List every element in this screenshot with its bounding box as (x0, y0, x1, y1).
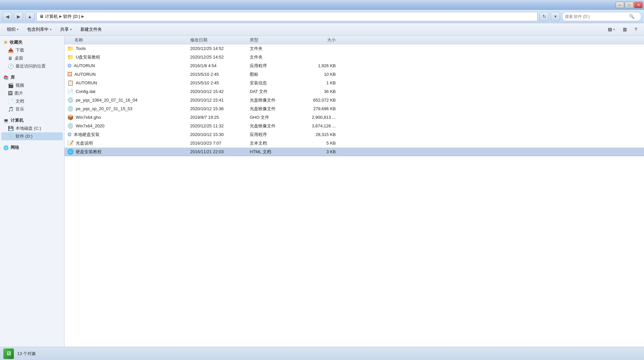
file-type-icon: 💿 (67, 97, 74, 103)
doc-icon: 📄 (8, 99, 14, 104)
file-cell-type: 光盘映像文件 (250, 106, 296, 112)
file-cell-name: 💿 Win7x64_2020 (64, 123, 190, 129)
file-name: AUTORUN (76, 80, 97, 85)
status-count: 13 个对象 (17, 351, 36, 357)
download-label: 下载 (16, 47, 24, 53)
status-bar: 🖥 13 个对象 (0, 347, 644, 360)
file-cell-type: 安装信息 (250, 80, 296, 86)
search-bar[interactable]: 🔍 (562, 12, 641, 21)
file-cell-name: 🌐 硬盘安装教程 (64, 149, 190, 155)
picture-icon: 🖼 (8, 91, 13, 96)
file-cell-type: 光盘映像文件 (250, 97, 296, 103)
table-row[interactable]: 📋 AUTORUN 2015/5/10 2:45 安装信息 1 KB (64, 79, 644, 87)
col-date-header[interactable]: 修改日期 (190, 37, 250, 43)
file-cell-size: 3 KB (296, 149, 342, 154)
new-folder-label: 新建文件夹 (80, 26, 102, 32)
file-cell-type: 文本文档 (250, 140, 296, 146)
desktop-label: 桌面 (15, 55, 23, 61)
sidebar-library-header[interactable]: 📚 库 (1, 73, 63, 81)
computer-section: 💻 计算机 💾 本地磁盘 (C:) 💿 软件 (D:) (1, 116, 63, 140)
breadcrumb-arrow-2: ▶ (81, 14, 84, 19)
table-row[interactable]: ⚙ 本地硬盘安装 2020/10/12 15:30 应用程序 28,315 KB (64, 130, 644, 139)
sidebar-item-music[interactable]: 🎵 音乐 (1, 105, 63, 113)
table-row[interactable]: 📄 Config.dat 2020/10/12 15:42 DAT 文件 36 … (64, 87, 644, 96)
search-icon[interactable]: 🔍 (629, 14, 634, 19)
dropdown-button[interactable]: ▾ (551, 12, 560, 21)
table-row[interactable]: 📁 U盘安装教程 2020/12/25 14:52 文件夹 (64, 53, 644, 62)
col-type-header[interactable]: 类型 (250, 37, 296, 43)
file-type-icon: 💿 (67, 106, 74, 112)
view-button[interactable]: ▤ ▾ (604, 25, 619, 34)
table-row[interactable]: 🖼 AUTORUN 2015/5/10 2:45 图标 10 KB (64, 70, 644, 79)
file-cell-date: 2020/10/12 15:36 (190, 106, 250, 111)
help-button[interactable]: ? (631, 25, 641, 34)
table-row[interactable]: 💿 pe_yqs_1064_20_07_31_16_04 2020/10/12 … (64, 96, 644, 105)
file-cell-date: 2020/12/25 14:52 (190, 46, 250, 51)
up-button[interactable]: ▲ (25, 12, 34, 21)
file-cell-type: 文件夹 (250, 46, 296, 52)
table-row[interactable]: 💿 pe_yqs_xp_20_07_31_15_53 2020/10/12 15… (64, 105, 644, 113)
col-size-header[interactable]: 大小 (296, 37, 342, 43)
file-cell-date: 2020/10/12 15:41 (190, 98, 250, 103)
table-row[interactable]: ⚙ AUTORUN 2016/1/8 4:54 应用程序 1,926 KB (64, 62, 644, 70)
file-name: pe_yqs_1064_20_07_31_16_04 (76, 98, 138, 103)
sidebar-item-video[interactable]: 🎬 视频 (1, 81, 63, 89)
file-name: U盘安装教程 (76, 54, 100, 60)
network-label: 网络 (11, 145, 19, 151)
file-type-icon: 🌐 (67, 149, 74, 155)
refresh-button[interactable]: ↻ (539, 12, 549, 21)
table-row[interactable]: 📁 Tools 2020/12/25 14:52 文件夹 (64, 44, 644, 53)
file-cell-type: 应用程序 (250, 132, 296, 138)
table-row[interactable]: 📝 光盘说明 2016/10/23 7:07 文本文档 5 KB (64, 139, 644, 148)
table-row[interactable]: 📦 Win7x64.gho 2019/9/7 19:25 GHO 文件 2,90… (64, 113, 644, 122)
music-icon: 🎵 (8, 107, 14, 112)
sidebar-item-local-c[interactable]: 💾 本地磁盘 (C:) (1, 124, 63, 132)
sidebar-item-software-d[interactable]: 💿 软件 (D:) (1, 132, 63, 140)
file-cell-size: 28,315 KB (296, 132, 342, 137)
close-button[interactable]: ✕ (634, 2, 643, 8)
file-type-icon: 💿 (67, 123, 74, 129)
file-list: 📁 Tools 2020/12/25 14:52 文件夹 📁 U盘安装教程 20… (64, 44, 644, 347)
table-row[interactable]: 🌐 硬盘安装教程 2016/11/21 22:03 HTML 文档 3 KB (64, 148, 644, 156)
sidebar-item-picture[interactable]: 🖼 图片 (1, 89, 63, 97)
file-name: Win7x64.gho (76, 115, 101, 120)
search-input[interactable] (565, 14, 628, 19)
organize-button[interactable]: 组织 ▾ (3, 25, 22, 34)
breadcrumb[interactable]: 🖥 计算机 ▶ 软件 (D:) ▶ (36, 12, 537, 21)
share-button[interactable]: 共享 ▾ (57, 25, 75, 34)
include-library-button[interactable]: 包含到库中 ▾ (23, 25, 55, 34)
file-cell-date: 2016/11/21 22:03 (190, 149, 250, 154)
sidebar-computer-header[interactable]: 💻 计算机 (1, 116, 63, 124)
sidebar-favorites-header[interactable]: ★ 收藏夹 (1, 38, 63, 46)
sidebar-item-recent[interactable]: 🕐 最近访问的位置 (1, 62, 63, 70)
sidebar-network-header[interactable]: 🌐 网络 (1, 144, 63, 152)
view-icon: ▤ (608, 27, 612, 32)
panel-icon: ▥ (623, 27, 627, 32)
sidebar-item-desktop[interactable]: 🖥 桌面 (1, 54, 63, 62)
breadcrumb-drive[interactable]: 软件 (D:) (63, 14, 80, 20)
library-label: 库 (11, 74, 15, 80)
address-bar: ◀ ▶ ▲ 🖥 计算机 ▶ 软件 (D:) ▶ ↻ ▾ 🔍 (0, 10, 644, 23)
file-cell-size: 36 KB (296, 89, 342, 94)
local-c-label: 本地磁盘 (C:) (16, 125, 41, 131)
video-icon: 🎬 (8, 83, 14, 88)
new-folder-button[interactable]: 新建文件夹 (77, 25, 106, 34)
file-cell-date: 2020/10/12 15:30 (190, 132, 250, 137)
forward-button[interactable]: ▶ (14, 12, 23, 21)
col-name-header[interactable]: 名称 (64, 37, 190, 43)
back-button[interactable]: ◀ (3, 12, 12, 21)
maximize-button[interactable]: □ (625, 2, 633, 8)
file-cell-date: 2020/10/12 15:42 (190, 89, 250, 94)
file-cell-date: 2020/12/25 14:52 (190, 55, 250, 60)
favorites-section: ★ 收藏夹 📥 下载 🖥 桌面 🕐 最近访问的位置 (1, 38, 63, 70)
file-cell-date: 2019/9/7 19:25 (190, 115, 250, 120)
file-type-icon: 📁 (67, 45, 74, 52)
minimize-button[interactable]: ─ (616, 2, 624, 8)
breadcrumb-computer[interactable]: 计算机 (45, 14, 58, 20)
picture-label: 图片 (15, 90, 23, 96)
column-header: 名称 修改日期 类型 大小 (64, 36, 644, 44)
table-row[interactable]: 💿 Win7x64_2020 2020/12/25 11:32 光盘映像文件 3… (64, 122, 644, 130)
sidebar-item-doc[interactable]: 📄 文档 (1, 97, 63, 105)
sidebar-item-download[interactable]: 📥 下载 (1, 46, 63, 54)
panel-button[interactable]: ▥ (619, 25, 630, 34)
